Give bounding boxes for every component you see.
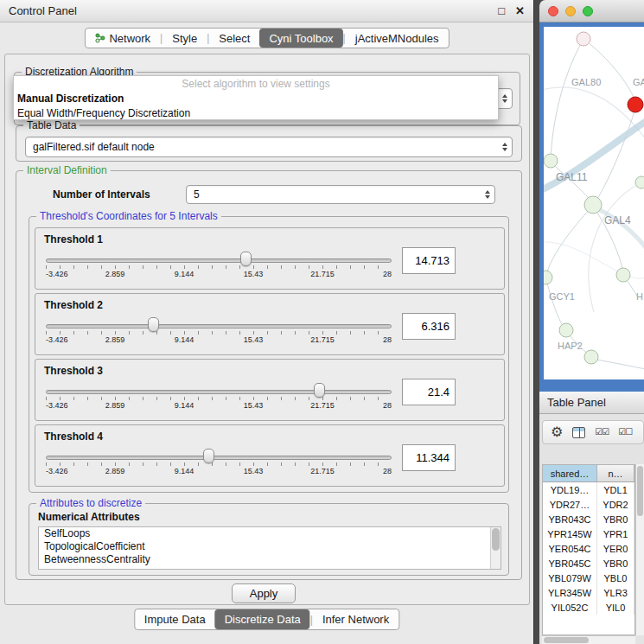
table-cell[interactable]: YDR2: [597, 497, 634, 512]
scale-label: 2.859: [105, 401, 125, 410]
number-of-intervals-value: 5: [187, 188, 481, 201]
table-cell[interactable]: YDR27…: [543, 497, 597, 512]
table-vertical-scrollbar[interactable]: [635, 464, 644, 635]
numerical-attributes-list[interactable]: SelfLoops TopologicalCoefficient Between…: [38, 526, 501, 570]
table-cell[interactable]: YIL052C: [543, 600, 597, 615]
threshold-1-slider[interactable]: -3.426 2.859 9.144 15.43 21.715 28: [46, 251, 392, 285]
select-all-columns-icon[interactable]: ☑☑: [595, 428, 609, 437]
network-window-titlebar[interactable]: [539, 0, 644, 22]
slider-track: [46, 456, 392, 460]
scrollbar-thumb[interactable]: [544, 637, 589, 643]
table-row: YDL19… YDL1: [543, 482, 634, 497]
slider-thumb-icon[interactable]: [314, 383, 325, 398]
scale-label: -3.426: [46, 401, 68, 410]
scale-label: 9.144: [175, 401, 194, 410]
threshold-4-value-field[interactable]: 11.344: [402, 444, 456, 471]
table-cell[interactable]: YLR345W: [543, 585, 597, 600]
table-row: YBR045C YBR0: [543, 556, 634, 571]
slider-thumb-icon[interactable]: [240, 252, 252, 266]
network-node[interactable]: [584, 350, 598, 364]
interval-definition-group: Interval Definition Number of Intervals …: [16, 170, 522, 580]
table-data-select[interactable]: galFiltered.sif default node: [25, 137, 513, 157]
threshold-3-value-field[interactable]: 21.4: [402, 379, 456, 405]
table-data-select-value: galFiltered.sif default node: [26, 141, 498, 153]
scale-label: 21.715: [310, 335, 335, 344]
network-edge: [546, 280, 564, 328]
table-cell[interactable]: YBR0: [597, 556, 634, 571]
list-scrollbar[interactable]: [490, 527, 501, 569]
network-frame: GAL80 GA GAL11 GAL4 GCY1 H HAP2: [539, 22, 644, 392]
list-item[interactable]: BetweennessCentrality: [39, 553, 501, 566]
tab-label: Infer Network: [322, 613, 389, 626]
slider-thumb-icon[interactable]: [203, 449, 214, 463]
slider-thumb-icon[interactable]: [148, 317, 159, 332]
tab-style[interactable]: Style: [163, 29, 207, 48]
threshold-1-value-field[interactable]: 14.713: [402, 247, 456, 274]
tab-network[interactable]: Network: [85, 29, 160, 48]
control-panel-title: Control Panel: [9, 4, 488, 17]
tab-select[interactable]: Select: [209, 29, 259, 48]
network-node-selected[interactable]: [628, 97, 643, 112]
scrollbar-thumb[interactable]: [637, 466, 643, 516]
slider-ticks: [46, 462, 392, 466]
threshold-2-value-field[interactable]: 6.316: [402, 313, 456, 340]
tab-cyni-toolbox[interactable]: Cyni Toolbox: [259, 29, 342, 48]
settings-gear-icon[interactable]: ⚙: [551, 425, 563, 439]
table-panel: Table Panel ⚙ ☑☑ ☑☐ shared… n… YDL19… YD…: [539, 392, 644, 644]
table-row: YBL079W YBL0: [543, 571, 634, 585]
float-window-icon[interactable]: □: [498, 4, 505, 17]
network-node[interactable]: [577, 32, 590, 46]
show-columns-icon[interactable]: [572, 427, 585, 438]
table-cell[interactable]: YER0: [597, 541, 634, 556]
list-item[interactable]: SelfLoops: [39, 527, 501, 540]
table-cell[interactable]: YDL19…: [543, 482, 597, 497]
node-label: HAP2: [558, 341, 583, 351]
network-node[interactable]: [584, 196, 602, 214]
tab-impute-data[interactable]: Impute Data: [135, 609, 215, 629]
table-cell[interactable]: YBR043C: [543, 512, 597, 526]
table-cell[interactable]: YBR0: [597, 512, 634, 526]
threshold-2-slider[interactable]: -3.426 2.859 9.144 15.43 21.715 28: [46, 316, 392, 351]
slider-track: [46, 390, 392, 394]
threshold-3-slider[interactable]: -3.426 2.859 9.144 15.43 21.715 28: [46, 382, 392, 417]
column-header-name[interactable]: n…: [597, 465, 634, 481]
scale-label: 28: [383, 467, 392, 475]
list-item[interactable]: TopologicalCoefficient: [39, 540, 501, 553]
dropdown-placeholder: Select algorithm to view settings: [14, 76, 498, 91]
table-cell[interactable]: YBL079W: [543, 571, 597, 585]
table-cell[interactable]: YPR1: [597, 526, 634, 541]
dropdown-option-equal-width-frequency[interactable]: Equal Width/Frequency Discretization: [14, 105, 498, 120]
table-cell[interactable]: YPR145W: [543, 526, 597, 541]
tab-infer-network[interactable]: Infer Network: [313, 609, 399, 629]
table-cell[interactable]: YIL0: [597, 600, 634, 615]
threshold-label: Threshold 3: [44, 365, 103, 377]
slider-ticks: [46, 397, 392, 400]
number-of-intervals-select[interactable]: 5: [186, 185, 495, 204]
close-traffic-light-icon[interactable]: [548, 6, 558, 16]
dropdown-option-manual-discretization[interactable]: Manual Discretization: [14, 91, 498, 105]
table-horizontal-scrollbar[interactable]: [542, 635, 635, 644]
table-cell[interactable]: YDL1: [597, 482, 634, 497]
scale-label: 9.144: [175, 467, 194, 475]
network-node[interactable]: [559, 323, 573, 337]
scrollbar-thumb[interactable]: [492, 528, 500, 551]
column-header-shared-name[interactable]: shared…: [543, 465, 597, 481]
network-canvas[interactable]: GAL80 GA GAL11 GAL4 GCY1 H HAP2: [544, 27, 644, 379]
network-edge: [592, 359, 644, 369]
tab-discretize-data[interactable]: Discretize Data: [215, 609, 310, 629]
close-icon[interactable]: ✕: [515, 4, 525, 17]
clear-column-selection-icon[interactable]: ☑☐: [618, 428, 632, 437]
network-node[interactable]: [544, 271, 552, 284]
minimize-traffic-light-icon[interactable]: [565, 6, 576, 16]
network-node[interactable]: [544, 154, 558, 168]
network-node[interactable]: [635, 176, 644, 188]
network-node[interactable]: [616, 268, 630, 282]
table-cell[interactable]: YBL0: [597, 571, 634, 585]
zoom-traffic-light-icon[interactable]: [583, 6, 593, 16]
threshold-4-slider[interactable]: -3.426 2.859 9.144 15.43 21.715 28: [46, 448, 392, 482]
table-cell[interactable]: YLR3: [597, 585, 634, 600]
table-cell[interactable]: YER054C: [543, 541, 597, 556]
table-cell[interactable]: YBR045C: [543, 556, 597, 571]
apply-button[interactable]: Apply: [232, 583, 296, 603]
tab-jactivemnodules[interactable]: jActiveMNodules: [346, 29, 449, 48]
